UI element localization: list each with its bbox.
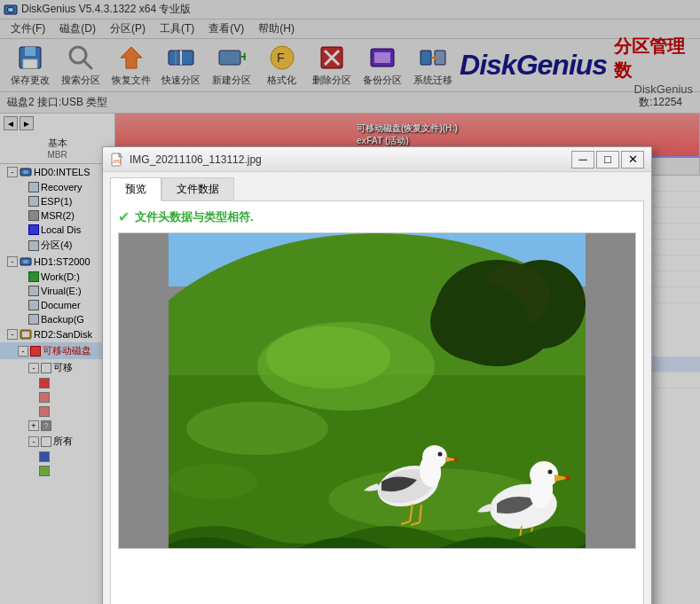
bird-scene-svg — [169, 233, 586, 548]
modal-file-icon: JPG — [110, 153, 124, 167]
modal-status: ✔ 文件头数据与类型相符. — [118, 208, 636, 225]
tab-file-data[interactable]: 文件数据 — [161, 177, 234, 200]
svg-point-45 — [266, 326, 390, 388]
modal-controls: ─ □ ✕ — [571, 151, 644, 169]
check-icon: ✔ — [118, 208, 130, 225]
maximize-button[interactable]: □ — [596, 151, 619, 169]
svg-point-52 — [454, 458, 458, 461]
svg-point-43 — [430, 282, 528, 362]
modal-status-text: 文件头数据与类型相符. — [135, 209, 254, 225]
svg-point-39 — [169, 464, 257, 499]
image-preview — [169, 233, 586, 548]
svg-point-59 — [530, 461, 558, 488]
minimize-button[interactable]: ─ — [571, 151, 594, 169]
svg-text:JPG: JPG — [113, 159, 122, 164]
modal-tabs: 预览 文件数据 — [103, 172, 651, 200]
svg-point-51 — [440, 452, 442, 454]
modal-title: IMG_20211106_113112.jpg — [130, 153, 571, 166]
close-button[interactable]: ✕ — [621, 151, 644, 169]
svg-point-60 — [548, 470, 553, 475]
image-preview-modal: JPG IMG_20211106_113112.jpg ─ □ ✕ 预览 文件数… — [102, 146, 652, 604]
image-container — [118, 232, 636, 549]
modal-titlebar: JPG IMG_20211106_113112.jpg ─ □ ✕ — [103, 147, 651, 172]
tab-preview[interactable]: 预览 — [110, 177, 161, 201]
svg-point-61 — [566, 476, 570, 481]
svg-point-50 — [438, 452, 443, 457]
modal-content: ✔ 文件头数据与类型相符. — [110, 200, 644, 604]
svg-point-37 — [186, 402, 328, 455]
svg-point-49 — [422, 445, 447, 468]
